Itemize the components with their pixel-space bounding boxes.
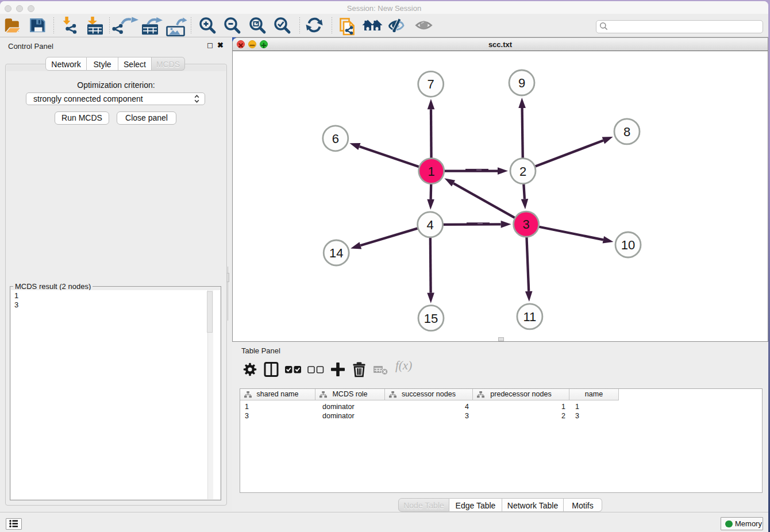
svg-text:1: 1	[428, 164, 435, 179]
svg-text:14: 14	[329, 246, 343, 260]
svg-text:6: 6	[332, 132, 339, 146]
svg-text:3: 3	[522, 217, 529, 232]
svg-text:11: 11	[523, 310, 536, 324]
svg-text:8: 8	[623, 125, 630, 139]
svg-text:10: 10	[621, 238, 635, 252]
svg-text:15: 15	[424, 311, 438, 326]
svg-text:9: 9	[518, 76, 525, 90]
svg-text:7: 7	[428, 77, 434, 91]
svg-text:4: 4	[426, 218, 433, 232]
svg-text:2: 2	[519, 164, 526, 179]
